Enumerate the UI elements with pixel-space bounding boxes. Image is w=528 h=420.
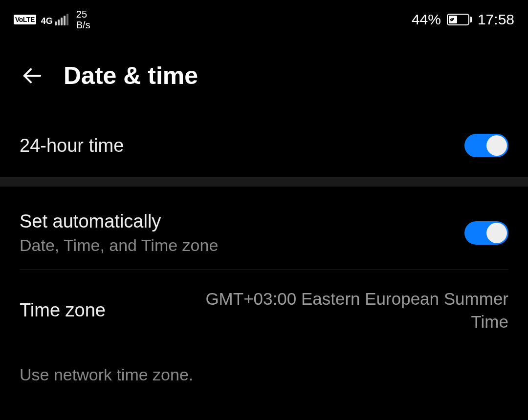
arrow-left-icon — [21, 64, 43, 87]
status-time: 17:58 — [478, 11, 514, 28]
network-type-label: 4G — [41, 17, 53, 25]
toggle-auto[interactable] — [464, 221, 508, 245]
hint-text: Use network time zone. — [0, 353, 528, 384]
signal-bars-icon — [55, 14, 68, 25]
setting-label-auto: Set automatically — [20, 211, 218, 232]
toggle-knob — [486, 135, 507, 156]
page-title: Date & time — [64, 62, 198, 90]
data-rate: 25 B/s — [76, 9, 90, 30]
setting-label-timezone: Time zone — [20, 300, 106, 321]
leaf-icon — [449, 17, 456, 22]
toggle-24hour[interactable] — [464, 134, 508, 157]
back-button[interactable] — [20, 63, 44, 88]
setting-auto[interactable]: Set automatically Date, Time, and Time z… — [0, 196, 528, 270]
status-bar: VoLTE 4G 25 B/s 44% 17:58 — [0, 0, 528, 37]
battery-icon — [447, 14, 472, 25]
network-info: 4G — [41, 14, 68, 25]
toggle-knob — [486, 223, 507, 243]
data-rate-unit: B/s — [76, 20, 90, 30]
volte-badge: VoLTE — [14, 15, 36, 24]
status-right: 44% 17:58 — [412, 11, 514, 28]
setting-24hour[interactable]: 24-hour time — [0, 119, 528, 172]
status-left: VoLTE 4G 25 B/s — [14, 9, 90, 30]
setting-sublabel-auto: Date, Time, and Time zone — [20, 236, 218, 255]
section-divider — [0, 177, 528, 187]
battery-percent: 44% — [412, 11, 441, 28]
setting-label-24hour: 24-hour time — [20, 135, 124, 156]
data-rate-value: 25 — [76, 9, 90, 20]
page-header: Date & time — [0, 37, 528, 119]
setting-value-timezone: GMT+03:00 Eastern European Summer Time — [205, 287, 508, 334]
setting-timezone[interactable]: Time zone GMT+03:00 Eastern European Sum… — [0, 270, 528, 353]
